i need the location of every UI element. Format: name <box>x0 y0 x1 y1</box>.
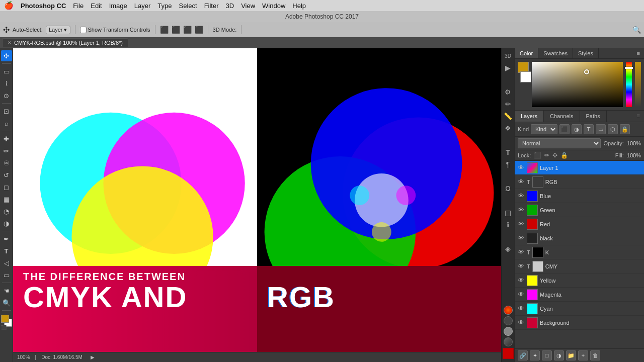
dodge-tool[interactable]: ◑ <box>1 218 12 229</box>
quick-select-tool[interactable]: ⊙ <box>1 90 12 101</box>
show-transform-checkbox[interactable] <box>80 27 87 33</box>
delete-layer-icon[interactable]: 🗑 <box>590 350 600 360</box>
menu-file[interactable]: File <box>73 2 84 10</box>
pen-tool[interactable]: ✒ <box>1 233 12 244</box>
histogram-icon[interactable]: ▤ <box>503 207 514 218</box>
healing-brush-tool[interactable]: ✚ <box>1 133 12 144</box>
alpha-strip[interactable] <box>635 62 641 107</box>
path-select-tool[interactable]: ◁ <box>1 257 12 268</box>
ruler-icon[interactable]: 📏 <box>503 111 514 122</box>
layer-visibility-icon[interactable]: 👁 <box>517 291 525 299</box>
layer-visibility-icon[interactable]: 👁 <box>517 248 525 256</box>
align-icon-4[interactable]: ⬛ <box>195 26 203 34</box>
marquee-tool[interactable]: ▭ <box>1 66 12 77</box>
layer-visibility-icon[interactable]: 👁 <box>517 262 525 270</box>
new-fill-layer-icon[interactable]: ◑ <box>554 350 564 360</box>
eraser-tool[interactable]: ◻ <box>1 182 12 193</box>
align-icon-2[interactable]: ⬛ <box>172 26 180 34</box>
layer-visibility-icon[interactable]: 👁 <box>517 192 525 200</box>
kind-dropdown[interactable]: Kind <box>531 124 557 134</box>
color-gradient[interactable] <box>532 62 623 107</box>
new-group-icon[interactable]: 📁 <box>566 350 576 360</box>
layer-visibility-icon[interactable]: 👁 <box>517 164 525 172</box>
layer-visibility-icon[interactable]: 👁 <box>517 220 525 228</box>
tab-layers[interactable]: Layers <box>515 111 544 122</box>
pixel-filter-icon[interactable]: ⬛ <box>559 124 570 134</box>
opacity-value[interactable]: 100% <box>627 140 641 146</box>
hue-strip[interactable] <box>626 62 632 107</box>
clone-source-icon[interactable]: ❖ <box>503 123 514 134</box>
layer-row[interactable]: 👁Red <box>515 217 644 231</box>
add-layer-style-icon[interactable]: ✦ <box>530 350 540 360</box>
show-transform-label[interactable]: Show Transform Controls <box>80 27 150 33</box>
clone-tool[interactable]: ♾ <box>1 157 12 168</box>
3d-icon[interactable]: 3D <box>503 50 514 61</box>
layer-row[interactable]: 👁Blue <box>515 189 644 203</box>
color-icon-4[interactable] <box>504 337 513 346</box>
blur-tool[interactable]: ◔ <box>1 206 12 217</box>
type-tool[interactable]: T <box>1 245 12 256</box>
gradient-cursor[interactable] <box>584 69 589 74</box>
align-icon-1[interactable]: ⬛ <box>160 26 169 34</box>
document-tab[interactable]: ✕ CMYK-RGB.psd @ 100% (Layer 1, RGB/8*) <box>2 38 128 47</box>
scroll-right-arrow[interactable]: ▶ <box>91 354 95 360</box>
new-layer-icon[interactable]: + <box>578 350 588 360</box>
layer-row[interactable]: 👁Background <box>515 316 644 330</box>
shape-filter-icon[interactable]: ▭ <box>596 124 606 134</box>
layer-row[interactable]: 👁black <box>515 231 644 245</box>
adjust-icon[interactable]: ⚙ <box>503 86 514 98</box>
align-icon-3[interactable]: ⬛ <box>183 26 192 34</box>
tab-styles[interactable]: Styles <box>573 48 599 58</box>
blend-mode-dropdown[interactable]: Normal Multiply Screen <box>518 138 601 148</box>
gradient-tool[interactable]: ▦ <box>1 194 12 205</box>
menu-3d[interactable]: 3D <box>226 2 234 10</box>
menu-filter[interactable]: Filter <box>204 2 219 10</box>
move-tool[interactable]: ✣ <box>1 50 12 61</box>
lasso-tool[interactable]: ⌇ <box>1 78 12 89</box>
add-mask-icon[interactable]: □ <box>542 350 552 360</box>
reset-colors-icon[interactable]: ⬛ <box>1 325 7 330</box>
zoom-tool[interactable]: 🔍 <box>1 297 12 308</box>
autoselect-dropdown[interactable]: Layer ▾ <box>46 26 70 34</box>
menu-select[interactable]: Select <box>179 2 197 10</box>
menu-type[interactable]: Type <box>157 2 172 10</box>
layer-row[interactable]: 👁Layer 1 <box>515 161 644 175</box>
layer-row[interactable]: 👁TK <box>515 245 644 259</box>
lock-artboard-icon[interactable]: 🔒 <box>560 152 568 159</box>
navigator-icon[interactable]: ◈ <box>503 243 514 254</box>
color-icon-3[interactable] <box>504 327 513 336</box>
foreground-color[interactable] <box>1 315 9 323</box>
panel-menu-button[interactable]: ≡ <box>633 48 644 58</box>
type-filter-icon[interactable]: T <box>584 124 594 134</box>
type-icon[interactable]: T <box>503 147 514 158</box>
layer-visibility-icon[interactable]: 👁 <box>517 319 525 327</box>
lock-position-icon[interactable]: ✏ <box>544 152 549 159</box>
layer-visibility-icon[interactable]: 👁 <box>517 178 525 186</box>
menu-view[interactable]: View <box>241 2 255 10</box>
lock-all-icon[interactable]: ✣ <box>552 152 557 159</box>
paragraph-icon[interactable]: ¶ <box>503 159 514 170</box>
layer-visibility-icon[interactable]: 👁 <box>517 305 525 313</box>
adjustment-filter-icon[interactable]: ◑ <box>572 124 582 134</box>
tab-swatches[interactable]: Swatches <box>538 48 573 58</box>
layer-row[interactable]: 👁Green <box>515 203 644 217</box>
menu-layer[interactable]: Layer <box>134 2 151 10</box>
menu-window[interactable]: Window <box>262 2 285 10</box>
color-icon-1[interactable] <box>504 306 513 315</box>
menu-image[interactable]: Image <box>109 2 127 10</box>
brush-tool[interactable]: ✏ <box>1 145 12 156</box>
layers-panel-menu[interactable]: ≡ <box>633 111 644 122</box>
link-layers-icon[interactable]: 🔗 <box>518 350 528 360</box>
layer-row[interactable]: 👁TRGB <box>515 175 644 189</box>
brush-icon[interactable]: ✏ <box>503 99 514 110</box>
lock-pixels-icon[interactable]: ⬛ <box>534 152 541 159</box>
info-icon[interactable]: ℹ <box>503 219 514 230</box>
lock-filter-icon[interactable]: 🔒 <box>620 124 630 134</box>
background-color-swatch[interactable] <box>520 71 531 82</box>
tab-color[interactable]: Color <box>515 48 538 58</box>
search-icon[interactable]: 🔍 <box>632 26 641 34</box>
layer-visibility-icon[interactable]: 👁 <box>517 206 525 214</box>
menu-help[interactable]: Help <box>292 2 306 10</box>
layer-row[interactable]: 👁Yellow <box>515 274 644 288</box>
crop-tool[interactable]: ⊡ <box>1 106 12 117</box>
